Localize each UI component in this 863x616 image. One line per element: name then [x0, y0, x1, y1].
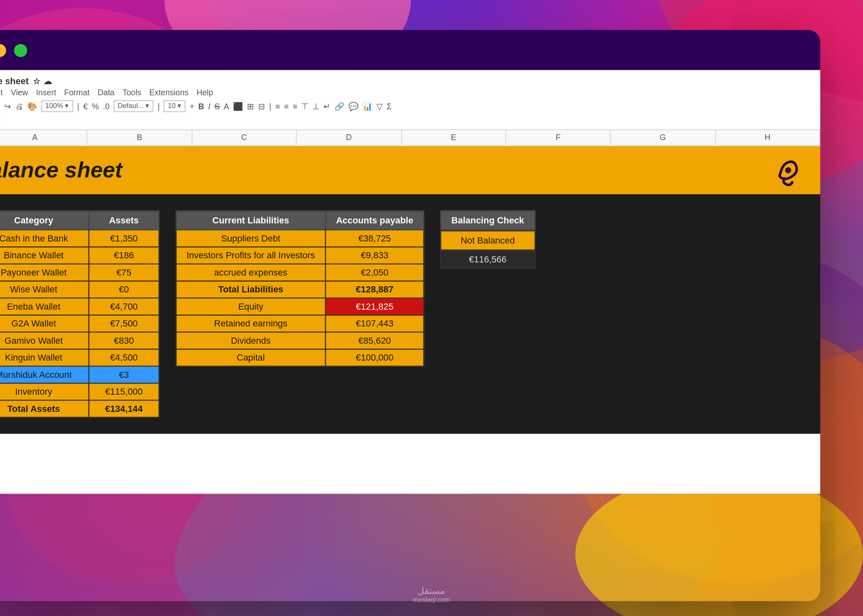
fill-color-button[interactable]: ⬛ — [233, 101, 243, 110]
font-size-select[interactable]: 10 ▾ — [164, 100, 186, 112]
table-row: Inventory €115,000 — [0, 383, 159, 400]
filter-button[interactable]: ▽ — [376, 101, 383, 110]
decrease-decimal[interactable]: .0 — [103, 101, 109, 110]
liability-investors-value: €9,833 — [325, 247, 424, 264]
redo-icon[interactable]: ↪ — [4, 101, 11, 110]
table-row: Suppliers Debt €38,725 — [176, 230, 424, 247]
asset-value-gamivo: €830 — [89, 332, 159, 349]
align-center[interactable]: ≡ — [284, 101, 288, 110]
menu-view[interactable]: View — [11, 88, 28, 97]
menu-data[interactable]: Data — [97, 88, 114, 97]
function-button[interactable]: Σ — [387, 101, 392, 110]
asset-value-binance: €186 — [89, 247, 159, 264]
table-row: Payoneer Wallet €75 — [0, 264, 159, 281]
col-header-a: A — [0, 130, 88, 145]
liability-suppliers-label: Suppliers Debt — [176, 230, 325, 247]
cloud-icon: ☁ — [44, 76, 52, 85]
table-row: Cash in the Bank €1,350 — [0, 230, 159, 247]
liability-suppliers-value: €38,725 — [325, 230, 424, 247]
total-assets-label: Total Assets — [0, 400, 89, 417]
menu-format[interactable]: Format — [64, 88, 90, 97]
equity-value: €121,825 — [325, 298, 424, 315]
assets-category-header: Category — [0, 211, 89, 230]
not-balanced-status: Not Balanced — [441, 230, 535, 251]
asset-category-kinguin: Kinguin Wallet — [0, 349, 89, 366]
percent-icon[interactable]: % — [92, 101, 99, 110]
wrap-button[interactable]: ↵ — [323, 101, 330, 110]
table-row: Retained earnings €107,443 — [176, 315, 424, 332]
table-row: Gamivo Wallet €830 — [0, 332, 159, 349]
balance-sheet-header: Balance sheet — [0, 146, 820, 194]
retained-earnings-label: Retained earnings — [176, 315, 325, 332]
capital-value: €100,000 — [325, 349, 424, 366]
assets-table: Category Assets Cash in the Bank €1,350 … — [0, 210, 159, 418]
paint-icon[interactable]: 🎨 — [27, 101, 37, 110]
assets-value-header: Assets — [89, 211, 159, 230]
table-row: Dividends €85,620 — [176, 332, 424, 349]
menu-insert[interactable]: Insert — [36, 88, 56, 97]
print-icon[interactable]: 🖨 — [15, 101, 23, 110]
table-row: Murshiduk Account €3 — [0, 366, 159, 383]
dividends-value: €85,620 — [325, 332, 424, 349]
asset-category-cash: Cash in the Bank — [0, 230, 89, 247]
bold-button[interactable]: B — [198, 101, 204, 110]
separator2: | — [158, 101, 160, 110]
balancing-check-header: Balancing Check — [441, 210, 535, 230]
asset-value-wise: €0 — [89, 281, 159, 298]
align-mid[interactable]: ⊥ — [312, 101, 319, 110]
align-left[interactable]: ≡ — [275, 101, 280, 110]
formula-bar: • — [0, 114, 810, 125]
menu-tools[interactable]: Tools — [122, 88, 141, 97]
capital-label: Capital — [176, 349, 325, 366]
menu-edit[interactable]: Edit — [0, 88, 3, 97]
toolbar-area: Balance sheet ☆ ☁ File Edit View Insert … — [0, 70, 820, 130]
chart-button[interactable]: 📊 — [362, 101, 372, 110]
menu-extensions[interactable]: Extensions — [149, 88, 189, 97]
watermark: مستقل mostaql.com — [413, 586, 450, 604]
table-row: Eneba Wallet €4,700 — [0, 298, 159, 315]
table-row: Wise Wallet €0 — [0, 281, 159, 298]
zoom-select[interactable]: 100% ▾ — [41, 100, 73, 112]
align-right[interactable]: ≡ — [293, 101, 297, 110]
format-select[interactable]: Defaul... ▾ — [113, 100, 154, 112]
watermark-latin: mostaql.com — [413, 596, 450, 604]
total-assets-value: €134,144 — [89, 400, 159, 417]
minimize-button[interactable] — [0, 44, 6, 57]
bottom-area — [0, 434, 820, 494]
liabilities-header: Current Liabilities — [176, 211, 325, 230]
italic-button[interactable]: I — [208, 101, 210, 110]
star-icon: ☆ — [33, 76, 40, 85]
menu-help[interactable]: Help — [196, 88, 213, 97]
menu-bar: File Edit View Insert Format Data Tools … — [0, 88, 810, 97]
asset-value-murshiduk: €3 — [89, 366, 159, 383]
col-header-g: G — [611, 130, 716, 145]
asset-category-gamivo: Gamivo Wallet — [0, 332, 89, 349]
total-assets-row: Total Assets €134,144 — [0, 400, 159, 417]
strikethrough-button[interactable]: S — [215, 101, 220, 110]
accounts-payable-header: Accounts payable — [325, 211, 424, 230]
text-color-button[interactable]: A — [224, 101, 229, 110]
borders-button[interactable]: ⊞ — [247, 101, 254, 110]
svg-point-7 — [785, 167, 791, 173]
currency-icon[interactable]: € — [83, 101, 88, 110]
merge-button[interactable]: ⊟ — [258, 101, 265, 110]
comment-button[interactable]: 💬 — [348, 101, 358, 110]
watermark-arabic: مستقل — [413, 586, 450, 596]
table-row: Kinguin Wallet €4,500 — [0, 349, 159, 366]
asset-category-binance: Binance Wallet — [0, 247, 89, 264]
link-button[interactable]: 🔗 — [335, 101, 344, 110]
tables-area: Category Assets Cash in the Bank €1,350 … — [0, 194, 820, 434]
align-top[interactable]: ⊤ — [301, 101, 308, 110]
maximize-button[interactable] — [14, 44, 27, 57]
col-header-c: C — [192, 130, 297, 145]
increase-size[interactable]: + — [189, 101, 194, 110]
liability-accrued-label: accrued expenses — [176, 264, 325, 281]
asset-category-inventory: Inventory — [0, 383, 89, 400]
asset-category-payoneer: Payoneer Wallet — [0, 264, 89, 281]
col-header-e: E — [402, 130, 506, 145]
asset-value-payoneer: €75 — [89, 264, 159, 281]
equity-label: Equity — [176, 298, 325, 315]
liability-investors-label: Investors Profits for all Investors — [176, 247, 325, 264]
table-row: Capital €100,000 — [176, 349, 424, 366]
separator: | — [77, 101, 79, 110]
